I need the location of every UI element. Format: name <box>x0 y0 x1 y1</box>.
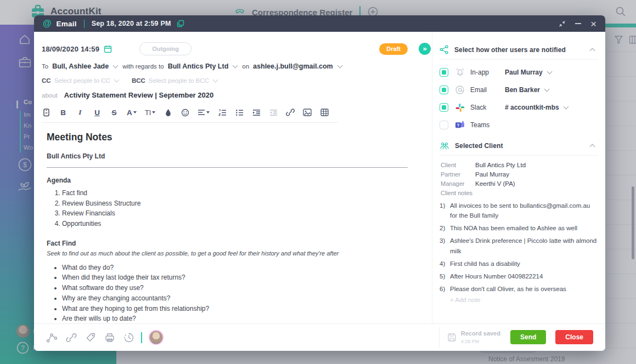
ordered-list-icon[interactable] <box>218 107 227 117</box>
template-tag-icon[interactable] <box>42 107 50 117</box>
fact-find-list: What do they do? When did they last lodg… <box>50 264 408 333</box>
chevron-down-icon <box>337 63 342 69</box>
email-checkbox[interactable] <box>440 86 448 94</box>
unordered-list-icon[interactable] <box>235 107 244 117</box>
email-modal: @ Email Sep 18, 2020 at 2:59 PM × <box>34 15 605 351</box>
table-icon[interactable] <box>320 107 329 117</box>
field-value: Bull Antics Pty Ltd <box>475 162 526 168</box>
italic-button[interactable]: I <box>76 107 85 117</box>
note-text: After Hours Number 0409822214 <box>450 271 543 281</box>
note-text: First child has a disability <box>450 259 520 269</box>
about-label: about <box>42 92 58 99</box>
email-form: 18/09/2020 14:59 Outgoing Draft » To Bul… <box>34 32 432 323</box>
cc-label: CC <box>42 77 51 84</box>
fact-find-question: What are they hoping to get from this re… <box>62 305 408 312</box>
to-select[interactable]: Bull, Ashlee Jade <box>52 62 109 70</box>
saved-time: 4:29 PM <box>461 339 480 344</box>
to-label: To <box>42 63 48 70</box>
note-text: Ashlee's Drink preference | Piccolo latt… <box>450 236 598 255</box>
chevron-down-icon <box>233 63 238 69</box>
fact-find-question: What software do they use? <box>62 284 408 292</box>
history-clock-icon[interactable] <box>123 332 134 343</box>
fact-find-question: Why are they changing accountants? <box>62 294 408 302</box>
agenda-item: Review Financials <box>62 209 408 217</box>
teams-label: Teams <box>470 121 499 129</box>
client-note: Ashlee's Drink preference | Piccolo latt… <box>440 236 598 255</box>
email-body-editor[interactable]: Meeting Notes Bull Antics Pty Ltd Agenda… <box>42 123 432 333</box>
agenda-heading: Agenda <box>47 177 408 184</box>
teams-checkbox[interactable] <box>440 121 448 129</box>
emoji-icon[interactable] <box>181 107 189 117</box>
note-text: This NOA has been emailed to Ashlee as w… <box>450 223 577 233</box>
note-number <box>440 284 450 294</box>
assigned-user-avatar[interactable] <box>149 330 164 345</box>
inapp-user-select[interactable]: Paul Murray <box>505 69 543 76</box>
compress-window-icon[interactable] <box>559 20 566 27</box>
agenda-item: Fact find <box>62 189 408 197</box>
client-panel-title: Selected Client <box>455 142 503 150</box>
notify-row-email: Email Ben Barker <box>440 85 598 95</box>
email-address-select[interactable]: ashlee.j.bull@gmail.com <box>253 62 333 70</box>
recipient-row: To Bull, Ashlee Jade with regards to Bul… <box>42 62 432 70</box>
font-color-button[interactable]: A <box>127 107 137 117</box>
chevron-down-icon <box>113 63 119 69</box>
close-button[interactable]: Close <box>555 330 593 344</box>
link-records-icon[interactable] <box>66 332 77 343</box>
slack-channel-select[interactable]: # accountkit-mbs <box>505 104 559 111</box>
duplicate-icon[interactable] <box>177 20 184 27</box>
slack-label: Slack <box>470 104 499 111</box>
chevron-down-icon <box>212 77 218 83</box>
right-panel: Select how other users are notified In-a… <box>432 32 605 323</box>
close-icon[interactable]: × <box>590 19 596 29</box>
note-number <box>440 201 450 220</box>
chevron-down-icon <box>563 104 569 110</box>
collapse-section-icon[interactable] <box>590 48 595 53</box>
workflow-icon[interactable] <box>46 332 58 343</box>
underline-button[interactable]: U <box>93 107 102 117</box>
on-label: on <box>242 63 249 70</box>
calendar-icon[interactable] <box>104 45 112 53</box>
link-icon[interactable] <box>286 107 295 117</box>
minimize-icon[interactable] <box>575 23 581 24</box>
window-controls: × <box>559 19 596 29</box>
chevron-down-icon <box>544 87 550 92</box>
client-select[interactable]: Bull Antics Pty Ltd <box>168 62 229 70</box>
modal-header: @ Email Sep 18, 2020 at 2:59 PM × <box>34 15 605 32</box>
indent-icon[interactable] <box>252 107 261 117</box>
collapse-section-icon[interactable] <box>590 144 595 150</box>
modal-title: Email <box>57 20 77 28</box>
app-window: AccountKit Correspondence Register <box>0 0 636 364</box>
bcc-select[interactable]: Select people to BCC <box>149 77 209 84</box>
client-field: Manager Keerthi V (PA) <box>440 180 598 187</box>
tag-icon[interactable] <box>85 332 96 343</box>
outdent-icon[interactable] <box>269 107 278 117</box>
inapp-checkbox[interactable] <box>440 68 448 77</box>
notify-row-teams: T Teams <box>440 120 598 130</box>
fact-find-question: What do they do? <box>62 264 408 271</box>
teams-icon: T <box>454 121 466 130</box>
cc-select[interactable]: Select people to CC <box>54 77 110 84</box>
subject-field[interactable]: Activity Statement Review | September 20… <box>64 91 213 99</box>
send-button[interactable]: Send <box>510 330 546 344</box>
highlight-droplet-icon[interactable] <box>164 107 172 117</box>
client-field: Client Bull Antics Pty Ltd <box>440 162 598 168</box>
field-value: Paul Murray <box>475 171 509 178</box>
collapse-panel-button[interactable]: » <box>419 43 431 55</box>
direction-toggle[interactable]: Outgoing <box>139 42 192 55</box>
align-button[interactable] <box>198 107 210 117</box>
bold-button[interactable]: B <box>59 107 67 117</box>
client-notes-list: All invoices to be sent to bullantics@gm… <box>440 201 598 294</box>
field-value: Keerthi V (PA) <box>475 180 515 187</box>
image-icon[interactable] <box>303 107 312 117</box>
slack-checkbox[interactable] <box>440 103 448 112</box>
email-date-field[interactable]: 18/09/2020 14:59 <box>42 45 99 53</box>
notify-row-inapp: In-app Paul Murray <box>440 67 598 77</box>
text-style-button[interactable]: Tl <box>145 107 155 117</box>
bell-icon <box>454 67 466 77</box>
strikethrough-button[interactable]: S <box>110 107 119 117</box>
client-notes-label: Client notes <box>440 190 598 196</box>
editor-heading: Meeting Notes <box>47 132 408 143</box>
print-icon[interactable] <box>104 332 115 343</box>
add-note-button[interactable]: + Add note <box>440 297 598 303</box>
email-user-select[interactable]: Ben Barker <box>505 86 540 94</box>
